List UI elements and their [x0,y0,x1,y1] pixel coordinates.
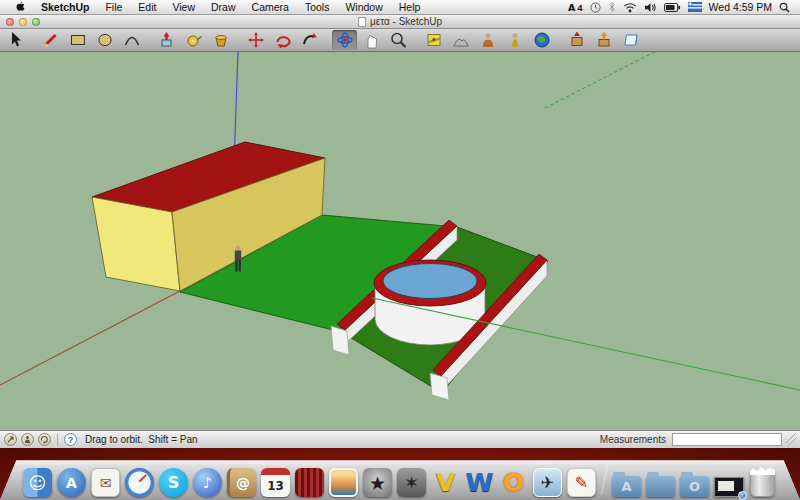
dock-itunes[interactable]: ♪ [192,461,224,497]
window-title-wrap: μετα - SketchUp [0,16,800,27]
circle-tool-button[interactable] [92,30,117,50]
orbit-icon [335,31,355,49]
menu-bar: SketchUp File Edit View Draw Camera Tool… [0,0,800,15]
menu-item-help[interactable]: Help [391,1,429,13]
tape-measure-tool-button[interactable] [181,30,206,50]
dock-folder-downloads[interactable]: O [679,461,711,497]
mail-icon: ✉ [100,475,112,491]
dock-photo-booth[interactable] [294,461,326,497]
follow-me-tool-button[interactable] [297,30,322,50]
terrain-icon [451,31,471,49]
section-plane-icon [621,31,641,49]
apple-icon [14,0,25,12]
modeling-viewport[interactable] [0,52,800,430]
jet-game-icon: ✈ [541,473,554,492]
input-language-flag-icon[interactable] [688,2,702,12]
push-pull-tool-button[interactable] [154,30,179,50]
tape-measure-icon [184,31,204,49]
dock-folder-applications[interactable]: A [611,461,643,497]
photo-textures-button[interactable] [475,30,500,50]
menu-item-tools[interactable]: Tools [297,1,338,13]
dock-app-v[interactable]: V [430,461,462,497]
move-tool-button[interactable] [243,30,268,50]
battery-icon[interactable] [664,2,681,13]
window-resize-grip[interactable] [786,433,796,447]
menu-item-sketchup[interactable]: SketchUp [33,1,97,13]
status-toggle-2[interactable] [21,433,34,446]
zoom-button[interactable] [32,18,40,26]
dock-imovie[interactable]: ★ [362,461,394,497]
menu-item-edit[interactable]: Edit [130,1,164,13]
arc-tool-button[interactable] [119,30,144,50]
pan-tool-button[interactable] [359,30,384,50]
rotate-tool-button[interactable] [270,30,295,50]
dock-minimized-window[interactable] [713,461,745,497]
rectangle-tool-button[interactable] [65,30,90,50]
status-toggle-1-icon [6,435,15,444]
google-earth-button[interactable] [529,30,554,50]
dock-jet-game[interactable]: ✈ [532,461,564,497]
clock-icon[interactable] [590,2,601,13]
dock-opera[interactable]: O [498,461,530,497]
select-tool-button[interactable] [3,30,28,50]
status-toggle-1[interactable] [4,433,17,446]
dock-iphoto[interactable] [328,461,360,497]
menu-item-file[interactable]: File [97,1,130,13]
measurements-input[interactable] [672,433,782,446]
dock-app-store[interactable]: A [56,461,88,497]
spotlight-icon[interactable] [779,2,790,13]
minimize-button[interactable] [19,18,27,26]
close-button[interactable] [6,18,14,26]
dock-word[interactable]: W [464,461,496,497]
statusbar-divider [57,434,58,446]
status-bar: ? Drag to orbit. Shift = Pan Measurement… [0,430,800,448]
volume-icon[interactable] [644,2,657,13]
dock-address-book[interactable]: @ [226,461,258,497]
itunes-icon: ♪ [203,474,213,492]
window-title-bar[interactable]: μετα - SketchUp [0,15,800,29]
bluetooth-icon[interactable] [608,1,616,13]
section-plane-button[interactable] [618,30,643,50]
move-icon [246,31,266,49]
menu-item-view[interactable]: View [164,1,203,13]
menu-item-camera[interactable]: Camera [244,1,297,13]
dock-idvd[interactable]: ✶ [396,461,428,497]
app-badge[interactable]: A 4 [568,2,583,13]
apple-menu[interactable] [6,0,33,14]
dock-skype[interactable]: S [158,461,190,497]
menu-status-area: A 4 Wed 4:59 [568,1,794,13]
status-toggle-3[interactable] [38,433,51,446]
menu-item-draw[interactable]: Draw [203,1,244,13]
menu-clock[interactable]: Wed 4:59 PM [709,1,772,13]
line-tool-button[interactable] [38,30,63,50]
paint-bucket-tool-button[interactable] [208,30,233,50]
wifi-icon[interactable] [623,2,637,13]
add-location-button[interactable] [421,30,446,50]
dock-ical[interactable]: 13 [260,461,292,497]
pencil-icon [41,31,61,49]
position-camera-button[interactable] [502,30,527,50]
photo-booth-icon [295,468,324,497]
zoom-tool-button[interactable] [386,30,411,50]
dock-trash[interactable] [747,461,779,497]
model-scene[interactable] [0,52,800,430]
dock-finder[interactable]: ☺ [22,461,54,497]
photo-person-icon [478,31,498,49]
pool-water[interactable] [383,264,477,299]
address-book-icon: @ [236,475,250,491]
measurements-label: Measurements [600,434,666,445]
paint-bucket-icon [211,31,231,49]
share-model-button[interactable] [591,30,616,50]
dock-mail[interactable]: ✉ [90,461,122,497]
get-models-button[interactable] [564,30,589,50]
orbit-tool-button[interactable] [332,30,357,50]
finder-icon: ☺ [29,473,47,493]
minimized-window-badge [738,491,747,500]
share-model-icon [594,31,614,49]
help-button[interactable]: ? [64,433,77,446]
dock-safari[interactable] [124,461,156,497]
dock-folder-documents[interactable] [645,461,677,497]
dock-sketchup[interactable]: ✎ [566,461,598,497]
toggle-terrain-button[interactable] [448,30,473,50]
menu-item-window[interactable]: Window [337,1,390,13]
